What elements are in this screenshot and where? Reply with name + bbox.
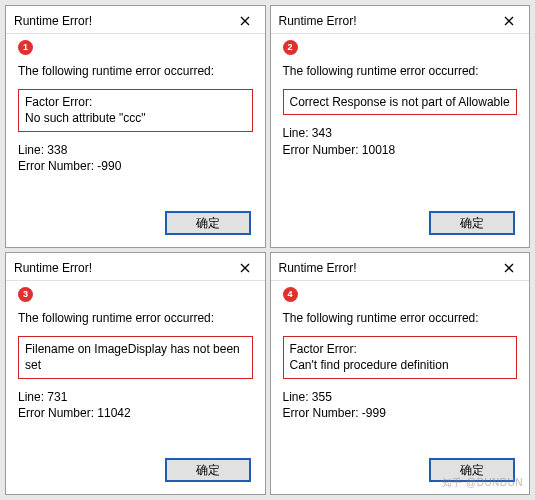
intro-text: The following runtime error occurred: (283, 310, 518, 326)
intro-text: The following runtime error occurred: (283, 63, 518, 79)
button-row: 确定 (6, 203, 265, 247)
close-icon (240, 16, 250, 26)
intro-text: The following runtime error occurred: (18, 310, 253, 326)
error-message-box: Filename on ImageDisplay has not been se… (18, 336, 253, 378)
line-number: Line: 338 (18, 142, 253, 159)
error-number: Error Number: 10018 (283, 142, 518, 159)
dialog-number-badge: 2 (283, 40, 298, 55)
dialog-body: 2 The following runtime error occurred: … (271, 34, 530, 203)
close-button[interactable] (231, 258, 259, 278)
window-title: Runtime Error! (279, 261, 357, 275)
dialog-body: 1 The following runtime error occurred: … (6, 34, 265, 203)
ok-button[interactable]: 确定 (429, 211, 515, 235)
ok-button[interactable]: 确定 (165, 211, 251, 235)
close-button[interactable] (495, 258, 523, 278)
ok-button[interactable]: 确定 (429, 458, 515, 482)
error-number: Error Number: 11042 (18, 405, 253, 422)
error-line: Factor Error: (25, 94, 246, 110)
dialog-number-badge: 4 (283, 287, 298, 302)
titlebar: Runtime Error! (271, 6, 530, 34)
error-line: No such attribute "ccc" (25, 110, 246, 126)
titlebar: Runtime Error! (6, 253, 265, 281)
close-icon (240, 263, 250, 273)
error-message-box: Factor Error: Can't find procedure defin… (283, 336, 518, 378)
error-number: Error Number: -990 (18, 158, 253, 175)
runtime-error-dialog: Runtime Error! 2 The following runtime e… (270, 5, 531, 248)
error-message-box: Factor Error: No such attribute "ccc" (18, 89, 253, 131)
intro-text: The following runtime error occurred: (18, 63, 253, 79)
error-line: Factor Error: (290, 341, 511, 357)
dialog-body: 4 The following runtime error occurred: … (271, 281, 530, 450)
titlebar: Runtime Error! (6, 6, 265, 34)
error-message-box: Correct Response is not part of Allowabl… (283, 89, 518, 115)
window-title: Runtime Error! (14, 14, 92, 28)
titlebar: Runtime Error! (271, 253, 530, 281)
error-meta: Line: 338 Error Number: -990 (18, 142, 253, 176)
close-icon (504, 16, 514, 26)
runtime-error-dialog: Runtime Error! 3 The following runtime e… (5, 252, 266, 495)
dialog-grid: Runtime Error! 1 The following runtime e… (5, 5, 530, 495)
ok-button[interactable]: 确定 (165, 458, 251, 482)
button-row: 确定 (271, 450, 530, 494)
button-row: 确定 (271, 203, 530, 247)
window-title: Runtime Error! (279, 14, 357, 28)
close-icon (504, 263, 514, 273)
runtime-error-dialog: Runtime Error! 4 The following runtime e… (270, 252, 531, 495)
dialog-number-badge: 3 (18, 287, 33, 302)
line-number: Line: 343 (283, 125, 518, 142)
close-button[interactable] (495, 11, 523, 31)
button-row: 确定 (6, 450, 265, 494)
line-number: Line: 355 (283, 389, 518, 406)
runtime-error-dialog: Runtime Error! 1 The following runtime e… (5, 5, 266, 248)
error-meta: Line: 731 Error Number: 11042 (18, 389, 253, 423)
error-line: Can't find procedure definition (290, 357, 511, 373)
error-number: Error Number: -999 (283, 405, 518, 422)
dialog-number-badge: 1 (18, 40, 33, 55)
line-number: Line: 731 (18, 389, 253, 406)
error-line: Filename on ImageDisplay has not been se… (25, 341, 246, 373)
error-meta: Line: 343 Error Number: 10018 (283, 125, 518, 159)
window-title: Runtime Error! (14, 261, 92, 275)
close-button[interactable] (231, 11, 259, 31)
dialog-body: 3 The following runtime error occurred: … (6, 281, 265, 450)
error-meta: Line: 355 Error Number: -999 (283, 389, 518, 423)
error-line: Correct Response is not part of Allowabl… (290, 94, 511, 110)
